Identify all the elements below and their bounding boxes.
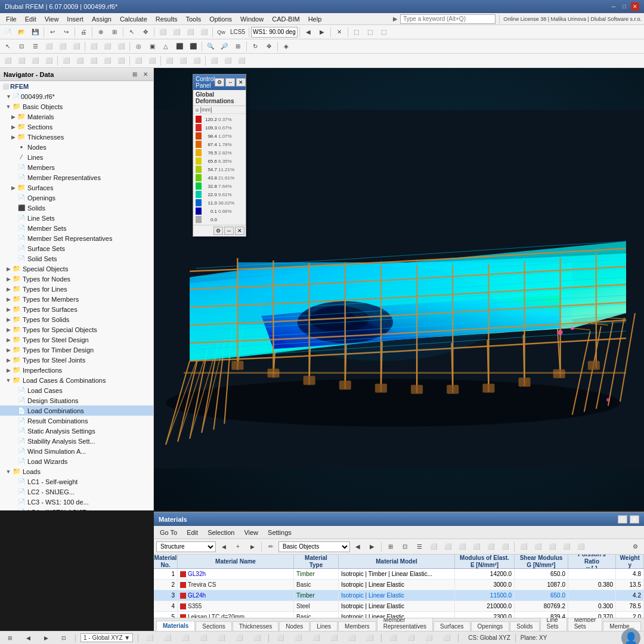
open-btn[interactable]: 📂	[15, 26, 28, 38]
nav-tree-item[interactable]: ▶📁Types for Steel Design	[0, 335, 153, 345]
tb3-1[interactable]: ⬜	[1, 55, 14, 67]
menu-file[interactable]: File	[2, 14, 20, 24]
nav-tree-item[interactable]: 📄Static Analysis Settings	[0, 426, 153, 436]
nav-tree-item[interactable]: 📄Load Wizards	[0, 456, 153, 466]
tree-expander[interactable]: ▶	[10, 185, 17, 191]
bp-plus-btn[interactable]: +	[231, 541, 244, 553]
tree-expander[interactable]: ▶	[5, 286, 12, 292]
tb-extra1[interactable]: ⬚	[350, 26, 363, 38]
tb-nav-prev[interactable]: ◀	[302, 26, 315, 38]
menu-window[interactable]: Window	[237, 14, 267, 24]
bp-tab[interactable]: Materials	[156, 621, 195, 631]
tb3-2[interactable]: ⬜	[15, 55, 28, 67]
status-btn3[interactable]: ▶	[39, 632, 52, 644]
nav-tree-item[interactable]: ▶📁Types for Steel Joints	[0, 355, 153, 365]
tb2-6[interactable]: ⬜	[70, 41, 83, 52]
grid-btn[interactable]: ⊞	[108, 26, 121, 38]
menu-options[interactable]: Options	[206, 14, 236, 24]
tb2-perspective[interactable]: ◈	[280, 41, 293, 52]
status-icon16[interactable]: ⬜	[422, 632, 435, 644]
nav-tree-item[interactable]: 📄Stability Analysis Sett...	[0, 436, 153, 446]
tree-expander[interactable]: ▶	[5, 276, 12, 282]
bp-tab[interactable]: Openings	[471, 621, 510, 631]
nav-tree-item[interactable]: ▼📁Load Cases & Combinations	[0, 375, 153, 385]
bp-edit-icon[interactable]: ✏	[264, 541, 277, 553]
bp-float-btn[interactable]: □	[618, 515, 627, 524]
menu-view[interactable]: View	[41, 14, 63, 24]
status-icon7[interactable]: ⬜	[250, 632, 264, 644]
bp-icon4[interactable]: ⬜	[427, 541, 440, 553]
tb3-17[interactable]: ⬜	[235, 55, 248, 67]
nav-tree-item[interactable]: 📄Members	[0, 162, 153, 172]
bp-icon12[interactable]: ⬜	[546, 541, 559, 553]
bp-next-btn[interactable]: ▶	[246, 541, 259, 553]
tb3-8[interactable]: ⬜	[101, 55, 114, 67]
tb3-7[interactable]: ⬜	[87, 55, 100, 67]
tb2-8[interactable]: ⬜	[101, 41, 114, 52]
bp-menu-settings[interactable]: Settings	[264, 528, 295, 537]
status-icon14[interactable]: ⬜	[386, 632, 400, 644]
table-row[interactable]: 3GL24hTimberIsotropic | Linear Elastic11…	[154, 590, 644, 601]
tb2-4[interactable]: ⬜	[42, 41, 55, 52]
nav-tree-item[interactable]: ⬛Solids	[0, 203, 153, 213]
bp-menu-selection[interactable]: Selection	[204, 528, 238, 537]
tree-expander[interactable]: ▶	[5, 317, 12, 323]
tb2-13[interactable]: ⬛	[173, 41, 186, 52]
menu-help[interactable]: Help	[305, 14, 326, 24]
nav-tree-item[interactable]: 📄Member Set Representatives	[0, 233, 153, 243]
nav-tree-item[interactable]: 📄LC1 - Self-weight	[0, 476, 153, 487]
snap-btn[interactable]: ⊕	[94, 26, 107, 38]
bp-obj-next[interactable]: ▶	[366, 541, 379, 553]
tree-expander[interactable]: ▶	[5, 337, 12, 343]
status-btn2[interactable]: ◀	[21, 632, 35, 644]
bp-tab[interactable]: Surfaces	[434, 621, 470, 631]
status-icon15[interactable]: ⬜	[404, 632, 417, 644]
save-btn[interactable]: 💾	[29, 26, 42, 38]
bp-icon9[interactable]: ⬜	[499, 541, 512, 553]
tb3-15[interactable]: ⬜	[208, 55, 221, 67]
nav-float-btn[interactable]: ⊞	[131, 70, 139, 79]
nav-tree-item[interactable]: ▼📁Basic Objects	[0, 101, 153, 112]
nav-tree-item[interactable]: ▶📁Sections	[0, 122, 153, 132]
tb-extra3[interactable]: ⬚	[377, 26, 391, 38]
nav-rfem-root[interactable]: ⬜ RFEM	[0, 81, 153, 91]
tree-expander[interactable]: ▶	[5, 266, 12, 272]
tb2-pan[interactable]: ✥	[262, 41, 275, 52]
nav-tree-item[interactable]: ●Nodes	[0, 142, 153, 152]
nav-tree-item[interactable]: 📄Openings	[0, 193, 153, 203]
tb2-1[interactable]: ↖	[1, 41, 14, 52]
nav-close-btn[interactable]: ✕	[141, 70, 150, 79]
bp-menu-view[interactable]: View	[240, 528, 262, 537]
tb2-10[interactable]: ◎	[132, 41, 145, 52]
bp-icon11[interactable]: ⬜	[531, 541, 544, 553]
nav-tree-item[interactable]: ▶📁Materials	[0, 112, 153, 122]
select-btn[interactable]: ↖	[125, 26, 138, 38]
tree-expander[interactable]: ▶	[10, 124, 17, 130]
new-btn[interactable]: 📄	[1, 26, 14, 38]
nav-tree-item[interactable]: 📄Member Sets	[0, 223, 153, 233]
minimize-button[interactable]: ─	[609, 2, 618, 11]
nav-tree-item[interactable]: ▶📁Thicknesses	[0, 132, 153, 142]
nav-tree-item[interactable]: 📄Result Combinations	[0, 416, 153, 426]
nav-tree-item[interactable]: ⁄Lines	[0, 152, 153, 162]
bp-menu-edit[interactable]: Edit	[183, 528, 202, 537]
table-row[interactable]: 5Leksan LTC d=20mmBasicIsotropic | Linea…	[154, 612, 644, 618]
status-btn1[interactable]: ⊞	[4, 632, 17, 644]
tb3-6[interactable]: ⬜	[73, 55, 86, 67]
nav-tree-item[interactable]: 📄LC4 - INSTALACIJE	[0, 507, 153, 510]
tb2-11[interactable]: ▣	[145, 41, 159, 52]
status-icon10[interactable]: ⬜	[309, 632, 323, 644]
bp-icon6[interactable]: ⬜	[456, 541, 469, 553]
bp-objects-select[interactable]: Basic Objects	[278, 541, 350, 552]
nav-tree-item[interactable]: ▼📁Loads	[0, 466, 153, 476]
nav-tree-item[interactable]: ▶📁Imperfections	[0, 365, 153, 375]
nav-tree-item[interactable]: ▶📁Types for Special Objects	[0, 324, 153, 335]
nav-tree-item[interactable]: ▶📁Types for Timber Design	[0, 345, 153, 355]
tb2-3[interactable]: ☰	[29, 41, 42, 52]
tb2-12[interactable]: △	[159, 41, 172, 52]
bp-tab[interactable]: Nodes	[279, 621, 309, 631]
print-btn[interactable]: 🖨	[77, 26, 90, 38]
tb-nav-next[interactable]: ▶	[315, 26, 329, 38]
nav-tree-item[interactable]: 📄Solid Sets	[0, 253, 153, 264]
menu-cadbim[interactable]: CAD-BIM	[268, 14, 303, 24]
